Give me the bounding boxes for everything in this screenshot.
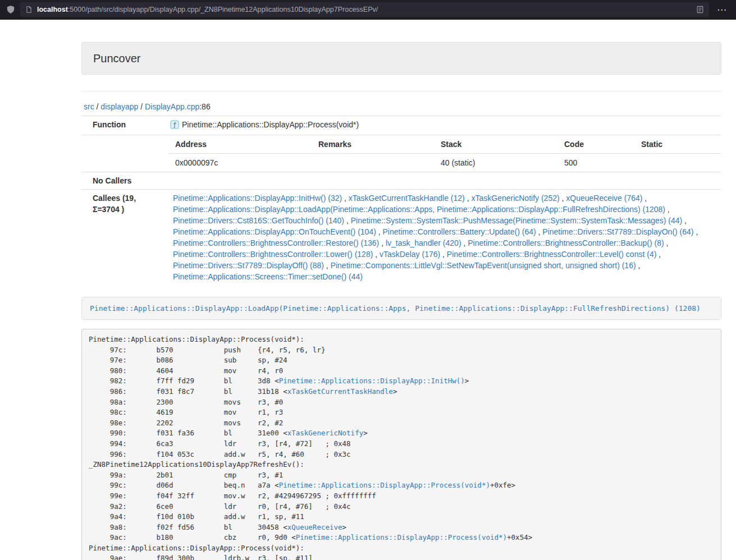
function-row-label: Function: [81, 116, 168, 135]
code-symbol-link[interactable]: xTaskGenericNotify: [287, 429, 363, 437]
callee-link[interactable]: vTaskDelay (176): [380, 250, 440, 259]
callee-link[interactable]: Pinetime::Applications::DisplayApp::Load…: [173, 205, 665, 214]
overflow-menu-icon[interactable]: ⋯: [715, 5, 729, 15]
shield-icon[interactable]: [7, 5, 15, 14]
browser-toolbar: localhost:5000/path/src/displayapp/Displ…: [0, 0, 736, 20]
callee-link[interactable]: lv_task_handler (420): [386, 238, 461, 247]
code-symbol-link[interactable]: xTaskGetCurrentTaskHandle: [287, 387, 393, 396]
function-metrics-table: Address Remarks Stack Code Static 0x0000…: [168, 135, 721, 172]
column-header-address: Address: [168, 135, 312, 154]
svg-text:ƒ: ƒ: [173, 121, 177, 128]
code-symbol-link[interactable]: Pinetime::Applications::DisplayApp::Proc…: [279, 481, 490, 489]
stack-value: 40 (static): [434, 154, 557, 172]
callee-link[interactable]: Pinetime::System::SystemTask::PushMessag…: [351, 216, 683, 225]
code-symbol-link[interactable]: Pinetime::Applications::DisplayApp::Proc…: [296, 533, 507, 541]
column-header-remarks: Remarks: [312, 135, 434, 154]
metrics-value-row: 0x0000097c 40 (static) 500: [168, 154, 721, 172]
url-path: :5000/path/src/displayapp/DisplayApp.cpp…: [68, 6, 378, 13]
url-text: localhost:5000/path/src/displayapp/Displ…: [37, 6, 692, 13]
address-value: 0x0000097c: [168, 154, 312, 172]
code-symbol-link[interactable]: xQueueReceive: [287, 523, 342, 531]
callee-link[interactable]: Pinetime::Drivers::St7789::DisplayOff() …: [173, 261, 324, 270]
breadcrumb: src / displayapp / DisplayApp.cpp:86: [84, 102, 721, 111]
symbol-type-icon: ƒ: [170, 120, 179, 132]
code-symbol-link[interactable]: Pinetime::Applications::DisplayApp::Init…: [279, 377, 465, 385]
callees-cell: Pinetime::Applications::DisplayApp::Init…: [168, 190, 721, 286]
reader-mode-icon[interactable]: [696, 6, 704, 13]
callee-heading-link[interactable]: Pinetime::Applications::DisplayApp::Load…: [90, 304, 701, 313]
code-value: 500: [557, 154, 634, 172]
callee-link[interactable]: Pinetime::Drivers::Cst816S::GetTouchInfo…: [173, 216, 344, 225]
page-content: Puncover src / displayapp / DisplayApp.c…: [81, 42, 721, 560]
callee-link[interactable]: xTaskGenericNotify (252): [471, 194, 559, 203]
callee-link[interactable]: xTaskGetCurrentTaskHandle (12): [349, 194, 465, 203]
breadcrumb-link[interactable]: DisplayApp.cpp: [145, 102, 199, 111]
callee-link[interactable]: Pinetime::Controllers::BrightnessControl…: [468, 238, 664, 247]
column-header-code: Code: [557, 135, 634, 154]
metrics-header-row: Address Remarks Stack Code Static: [168, 135, 721, 154]
callee-link[interactable]: Pinetime::Controllers::BrightnessControl…: [447, 250, 656, 259]
callee-link[interactable]: Pinetime::Controllers::BrightnessControl…: [173, 238, 379, 247]
app-header-panel: Puncover: [81, 42, 721, 75]
callee-link[interactable]: Pinetime::Controllers::Battery::Update()…: [383, 227, 536, 236]
disassembly-code-block: Pinetime::Applications::DisplayApp::Proc…: [81, 329, 721, 560]
function-name: Pinetime::Applications::DisplayApp::Proc…: [182, 120, 359, 129]
app-title: Puncover: [93, 51, 710, 66]
callees-row: Callees (19, Σ=3704 ) Pinetime::Applicat…: [81, 190, 721, 286]
static-value: [634, 154, 721, 172]
url-bar[interactable]: localhost:5000/path/src/displayapp/Displ…: [20, 2, 709, 17]
callee-link[interactable]: Pinetime::Controllers::BrightnessControl…: [173, 250, 373, 259]
page-icon[interactable]: [25, 6, 33, 13]
callee-link[interactable]: Pinetime::Components::LittleVgl::SetNewT…: [331, 261, 636, 270]
url-host: localhost: [37, 6, 68, 13]
breadcrumb-link[interactable]: displayapp: [100, 102, 138, 111]
callee-link[interactable]: Pinetime::Applications::DisplayApp::Init…: [173, 194, 342, 203]
no-callers-label: No Callers: [81, 172, 168, 190]
callee-panel-heading: Pinetime::Applications::DisplayApp::Load…: [82, 297, 721, 319]
function-row: Function ƒ Pinetime::Applications::Displ…: [81, 116, 721, 135]
callees-label: Callees (19, Σ=3704 ): [81, 190, 168, 286]
callee-link[interactable]: Pinetime::Applications::DisplayApp::OnTo…: [173, 227, 376, 236]
column-header-stack: Stack: [434, 135, 557, 154]
section-divider: [81, 91, 721, 91]
symbol-table: Function ƒ Pinetime::Applications::Displ…: [81, 116, 721, 285]
callee-link[interactable]: Pinetime::Drivers::St7789::DisplayOn() (…: [542, 227, 693, 236]
callee-detail-panel: Pinetime::Applications::DisplayApp::Load…: [81, 297, 721, 320]
breadcrumb-line-number: :86: [199, 102, 210, 111]
remarks-value: [312, 154, 434, 172]
no-callers-row: No Callers: [81, 172, 721, 190]
breadcrumb-link[interactable]: src: [84, 102, 94, 111]
details-row: Address Remarks Stack Code Static 0x0000…: [81, 135, 721, 172]
callee-link[interactable]: Pinetime::Applications::Screens::Timer::…: [173, 272, 363, 281]
callee-link[interactable]: xQueueReceive (764): [566, 194, 642, 203]
column-header-static: Static: [634, 135, 721, 154]
